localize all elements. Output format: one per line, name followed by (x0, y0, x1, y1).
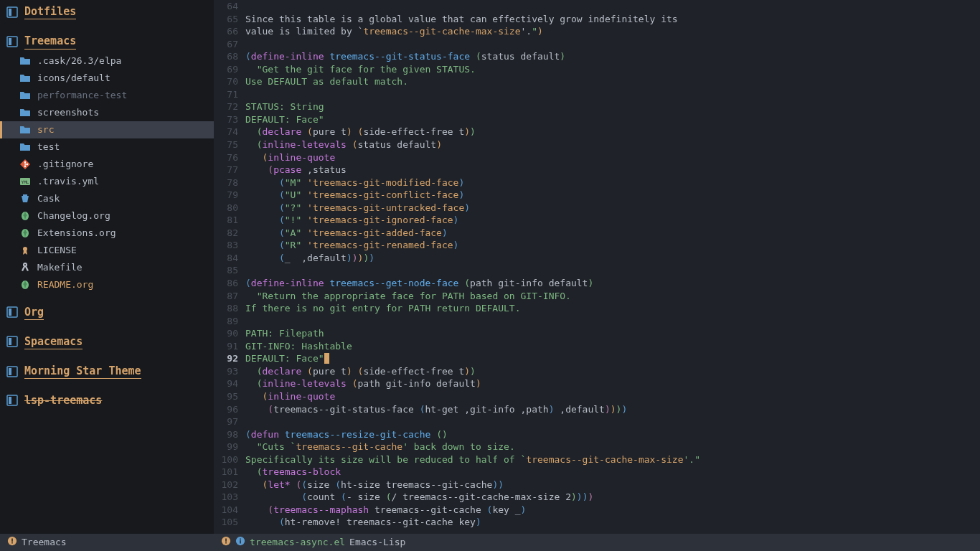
code-line[interactable]: 89 (214, 315, 980, 328)
code-text: (define-inline treemacs--get-node-face (… (245, 277, 980, 290)
code-line[interactable]: 98(defun treemacs--resize-git-cache () (214, 428, 980, 441)
org-icon (19, 209, 32, 222)
tree-item[interactable]: README.org (0, 276, 214, 293)
code-line[interactable]: 104 (treemacs--maphash treemacs--git-cac… (214, 504, 980, 517)
code-line[interactable]: 101 (treemacs-block (214, 466, 980, 479)
code-line[interactable]: 73DEFAULT: Face" (214, 113, 980, 126)
code-text: ("M" 'treemacs-git-modified-face) (245, 176, 980, 189)
code-line[interactable]: 71 (214, 88, 980, 101)
code-line[interactable]: 100Specifically its size will be reduced… (214, 453, 980, 466)
line-number: 71 (214, 88, 245, 101)
code-line[interactable]: 67 (214, 38, 980, 51)
project-header-dotfiles[interactable]: Dotfiles (0, 1, 214, 22)
project-icon (6, 365, 19, 378)
code-text: Specifically its size will be reduced to… (245, 453, 980, 466)
code-line[interactable]: 74 (declare (pure t) (side-effect-free t… (214, 126, 980, 138)
code-line[interactable]: 82 ("A" 'treemacs-git-added-face) (214, 227, 980, 240)
code-line[interactable]: 69 "Get the git face for the given STATU… (214, 63, 980, 76)
code-line[interactable]: 105 (ht-remove! treemacs--git-cache key) (214, 516, 980, 529)
code-buffer[interactable]: 64 65Since this table is a global value … (214, 0, 980, 529)
code-line[interactable]: 78 ("M" 'treemacs-git-modified-face) (214, 176, 980, 189)
tree-item[interactable]: Changelog.org (0, 207, 214, 225)
code-line[interactable]: 93 (declare (pure t) (side-effect-free t… (214, 365, 980, 378)
code-line[interactable]: 70Use DEFAULT as default match. (214, 75, 980, 88)
code-text: PATH: Filepath (245, 327, 980, 340)
code-text: (treemacs--maphash treemacs--git-cache (… (245, 504, 980, 517)
code-line[interactable]: 66value is limited by `treemacs--git-cac… (214, 25, 980, 38)
line-number: 96 (214, 403, 245, 416)
tree-item[interactable]: performance-test (0, 87, 214, 104)
folder-icon (19, 89, 32, 102)
code-text: (inline-letevals (path git-info default) (245, 377, 980, 390)
code-line[interactable]: 72STATUS: String (214, 100, 980, 113)
project-header-lsp-treemacs[interactable]: lsp-treemacs (0, 390, 214, 410)
code-line[interactable]: 81 ("!" 'treemacs-git-ignored-face) (214, 214, 980, 227)
code-line[interactable]: 64 (214, 0, 980, 13)
code-line[interactable]: 75 (inline-letevals (status default) (214, 138, 980, 151)
code-line[interactable]: 91GIT-INFO: Hashtable (214, 340, 980, 353)
project-title: Treemacs (24, 34, 76, 49)
code-line[interactable]: 92DEFAULT: Face" (214, 352, 980, 365)
tree-item[interactable]: src (0, 121, 214, 138)
code-text: (declare (pure t) (side-effect-free t)) (245, 365, 980, 378)
code-line[interactable]: 79 ("U" 'treemacs-git-conflict-face) (214, 189, 980, 202)
folder-icon (19, 55, 32, 67)
project-header-org[interactable]: Org (0, 302, 214, 323)
line-number: 95 (214, 390, 245, 403)
tree-item[interactable]: Extensions.org (0, 225, 214, 242)
code-line[interactable]: 86(define-inline treemacs--get-node-face… (214, 277, 980, 290)
tree-item[interactable]: icons/default (0, 70, 214, 87)
project-header-spacemacs[interactable]: Spacemacs (0, 331, 214, 352)
code-line[interactable]: 84 (_ ,default))))) (214, 252, 980, 265)
svg-rect-25 (225, 542, 227, 543)
tree-label: Changelog.org (37, 209, 110, 222)
svg-rect-21 (11, 538, 13, 541)
project-header-morning-star-theme[interactable]: Morning Star Theme (0, 361, 214, 382)
project-icon (6, 306, 19, 319)
line-number: 73 (214, 113, 245, 126)
tree-item[interactable]: Cask (0, 190, 214, 207)
code-line[interactable]: 90PATH: Filepath (214, 327, 980, 340)
tree-item[interactable]: .cask/26.3/elpa (0, 52, 214, 70)
project-header-treemacs[interactable]: Treemacs (0, 31, 214, 52)
code-text (245, 415, 980, 428)
line-number: 85 (214, 264, 245, 277)
line-number: 79 (214, 189, 245, 202)
code-text: (treemacs-block (245, 466, 980, 479)
editor-pane[interactable]: 64 65Since this table is a global value … (214, 0, 980, 534)
code-line[interactable]: 95 (inline-quote (214, 390, 980, 403)
code-line[interactable]: 68(define-inline treemacs--git-status-fa… (214, 50, 980, 63)
license-icon (19, 244, 32, 257)
code-line[interactable]: 96 (treemacs--git-status-face (ht-get ,g… (214, 403, 980, 416)
tree-item[interactable]: YML.travis.yml (0, 173, 214, 190)
code-line[interactable]: 85 (214, 264, 980, 277)
code-text (245, 88, 980, 101)
code-line[interactable]: 102 (let* ((size (ht-size treemacs--git-… (214, 479, 980, 491)
tree-item[interactable]: Makefile (0, 259, 214, 276)
code-line[interactable]: 88If there is no git entry for PATH retu… (214, 302, 980, 315)
line-number: 89 (214, 315, 245, 328)
line-number: 103 (214, 491, 245, 504)
code-line[interactable]: 87 "Return the appropriate face for PATH… (214, 290, 980, 303)
project-title: Org (24, 305, 44, 320)
tree-item[interactable]: test (0, 138, 214, 156)
warning-icon (221, 536, 231, 550)
line-number: 104 (214, 504, 245, 517)
line-number: 98 (214, 428, 245, 441)
code-line[interactable]: 99 "Cuts `treemacs--git-cache' back down… (214, 441, 980, 453)
tree-sidebar[interactable]: DotfilesTreemacs.cask/26.3/elpaicons/def… (0, 0, 214, 534)
code-line[interactable]: 94 (inline-letevals (path git-info defau… (214, 377, 980, 390)
code-line[interactable]: 65Since this table is a global value tha… (214, 13, 980, 26)
code-line[interactable]: 80 ("?" 'treemacs-git-untracked-face) (214, 202, 980, 215)
code-text: DEFAULT: Face" (245, 113, 980, 126)
tree-item[interactable]: screenshots (0, 104, 214, 121)
code-line[interactable]: 77 (pcase ,status (214, 164, 980, 176)
svg-rect-1 (9, 9, 11, 16)
code-line[interactable]: 83 ("R" 'treemacs-git-renamed-face) (214, 239, 980, 252)
tree-item[interactable]: .gitignore (0, 156, 214, 173)
code-line[interactable]: 97 (214, 415, 980, 428)
folder-icon (19, 123, 32, 136)
code-line[interactable]: 103 (count (- size (/ treemacs--git-cach… (214, 491, 980, 504)
code-line[interactable]: 76 (inline-quote (214, 151, 980, 164)
tree-item[interactable]: LICENSE (0, 242, 214, 259)
